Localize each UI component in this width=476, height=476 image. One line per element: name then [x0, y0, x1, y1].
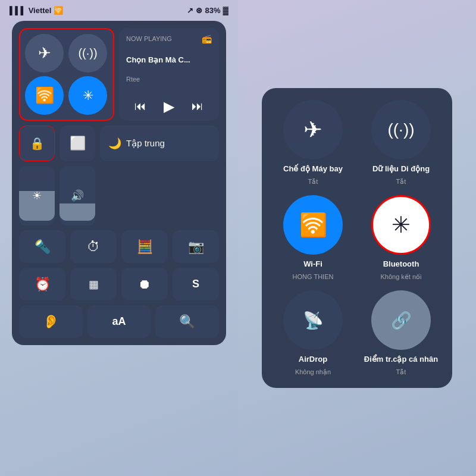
media-controls: ⏮ ▶ ⏭ — [126, 98, 212, 115]
exp-airdrop-label: AirDrop — [299, 355, 327, 364]
now-playing-panel: NOW PLAYING 📻 Chọn Bạn Mà C... Rtee ⏮ ▶ … — [119, 28, 219, 121]
rotation-lock-button[interactable]: 🔒 — [19, 126, 55, 161]
record-icon: ⏺ — [138, 277, 151, 292]
artist-name: Rtee — [126, 76, 212, 83]
exp-bluetooth-sublabel: Không kết nối — [380, 273, 421, 281]
battery-icon: ⊛ — [196, 6, 202, 15]
screen-mirror-icon: ⬜ — [70, 136, 86, 151]
left-panel: ▌▌▌ Viettel 🛜 ↗ ⊛ 83% ▓ ✈ ((·)) 🛜 ✳ — [0, 0, 238, 476]
now-playing-label: NOW PLAYING — [126, 35, 172, 42]
status-right: ↗ ⊛ 83% ▓ — [187, 6, 228, 15]
exp-airdrop-item: 📡 AirDrop Không nhận — [274, 290, 352, 376]
wifi-button[interactable]: 🛜 — [25, 76, 64, 115]
signal-icon: ▌▌▌ — [10, 6, 26, 15]
flashlight-button[interactable]: 🔦 — [19, 230, 65, 263]
expanded-connectivity-panel: ✈ Chế độ Máy bay Tắt ((·)) Dữ liệu Di độ… — [262, 88, 452, 388]
icon-grid-row2: ⏰ ▦ ⏺ S — [19, 268, 219, 300]
battery-full-icon: ▓ — [223, 6, 228, 15]
sliders-row: ☀ 🔊 — [19, 166, 219, 226]
exp-airdrop-button[interactable]: 📡 — [283, 290, 343, 350]
brightness-slider[interactable]: ☀ — [19, 166, 55, 226]
exp-cellular-item: ((·)) Dữ liệu Di động Tắt — [362, 100, 440, 186]
volume-slider[interactable]: 🔊 — [60, 166, 95, 226]
zoom-button[interactable]: 🔍 — [155, 305, 219, 338]
play-button[interactable]: ▶ — [164, 98, 174, 115]
exp-hotspot-label: Điểm tr.cập cá nhân — [364, 355, 438, 364]
exp-bluetooth-label: Bluetooth — [383, 259, 419, 268]
connectivity-panel: ✈ ((·)) 🛜 ✳ — [19, 28, 114, 121]
icon-grid-row3: 👂 aA 🔍 — [19, 305, 219, 338]
qr-button[interactable]: ▦ — [70, 268, 117, 300]
control-center: ✈ ((·)) 🛜 ✳ NOW PLAYING 📻 Chọn Bạn Mà C.… — [12, 21, 226, 345]
exp-hotspot-item: 🔗 Điểm tr.cập cá nhân Tắt — [362, 290, 440, 376]
cellular-button[interactable]: ((·)) — [68, 34, 107, 73]
shazam-icon: S — [192, 278, 199, 290]
zoom-icon: 🔍 — [179, 314, 195, 330]
connectivity-grid: ✈ ((·)) 🛜 ✳ — [25, 34, 108, 115]
flashlight-icon: 🔦 — [35, 239, 51, 255]
camera-button[interactable]: 📷 — [173, 230, 219, 263]
wifi-status-icon: 🛜 — [54, 6, 63, 15]
volume-icon: 🔊 — [71, 189, 84, 202]
calculator-icon: 🧮 — [137, 239, 153, 255]
shazam-button[interactable]: S — [173, 268, 219, 300]
airplay-icon[interactable]: 📻 — [202, 34, 212, 43]
focus-button[interactable]: 🌙 Tập trung — [100, 126, 219, 161]
camera-icon: 📷 — [188, 239, 204, 255]
status-bar: ▌▌▌ Viettel 🛜 ↗ ⊛ 83% ▓ — [0, 0, 238, 17]
timer-icon: ⏱ — [87, 239, 100, 255]
rotation-lock-icon: 🔒 — [30, 136, 45, 151]
screen-mirror-button[interactable]: ⬜ — [60, 126, 95, 161]
next-button[interactable]: ⏭ — [192, 99, 203, 113]
status-left: ▌▌▌ Viettel 🛜 — [10, 6, 63, 15]
timer-button[interactable]: ⏱ — [70, 230, 117, 263]
calculator-button[interactable]: 🧮 — [121, 230, 168, 263]
icon-grid-row1: 🔦 ⏱ 🧮 📷 — [19, 230, 219, 263]
exp-airdrop-sublabel: Không nhận — [295, 368, 331, 376]
prev-button[interactable]: ⏮ — [134, 99, 146, 113]
exp-wifi-button[interactable]: 🛜 — [283, 195, 343, 255]
exp-cellular-button[interactable]: ((·)) — [371, 100, 431, 159]
focus-label: Tập trung — [126, 138, 165, 149]
location-icon: ↗ — [187, 6, 193, 15]
battery-label: 83% — [205, 6, 220, 15]
airplane-mode-button[interactable]: ✈ — [25, 34, 64, 73]
exp-cellular-label: Dữ liệu Di động — [372, 164, 430, 173]
second-row: 🔒 ⬜ 🌙 Tập trung — [19, 126, 219, 161]
exp-hotspot-button[interactable]: 🔗 — [371, 290, 431, 350]
font-icon: aA — [112, 315, 126, 328]
exp-hotspot-sublabel: Tắt — [396, 368, 406, 376]
moon-icon: 🌙 — [108, 137, 121, 150]
brightness-icon: ☀ — [32, 189, 42, 202]
song-name: Chọn Bạn Mà C... — [126, 55, 212, 64]
exp-wifi-label: Wi-Fi — [303, 259, 322, 268]
alarm-icon: ⏰ — [35, 277, 51, 292]
right-panel: ✈ Chế độ Máy bay Tắt ((·)) Dữ liệu Di độ… — [238, 0, 476, 476]
record-button[interactable]: ⏺ — [121, 268, 168, 300]
bluetooth-button[interactable]: ✳ — [68, 76, 107, 115]
top-row: ✈ ((·)) 🛜 ✳ NOW PLAYING 📻 Chọn Bạn Mà C.… — [19, 28, 219, 121]
exp-wifi-sublabel: HONG THIEN — [293, 273, 334, 280]
exp-bluetooth-button[interactable]: ✳ — [371, 195, 431, 255]
font-size-button[interactable]: aA — [87, 305, 151, 338]
exp-bluetooth-item: ✳ Bluetooth Không kết nối — [362, 195, 440, 281]
exp-airplane-button[interactable]: ✈ — [283, 100, 343, 159]
qr-icon: ▦ — [89, 278, 99, 291]
exp-airplane-label: Chế độ Máy bay — [283, 164, 343, 173]
alarm-button[interactable]: ⏰ — [19, 268, 65, 300]
exp-wifi-item: 🛜 Wi-Fi HONG THIEN — [274, 195, 352, 281]
exp-airplane-sublabel: Tắt — [308, 178, 318, 186]
exp-airplane-item: ✈ Chế độ Máy bay Tắt — [274, 100, 352, 186]
hearing-icon: 👂 — [43, 314, 59, 330]
hearing-button[interactable]: 👂 — [19, 305, 83, 338]
expanded-grid: ✈ Chế độ Máy bay Tắt ((·)) Dữ liệu Di độ… — [274, 100, 440, 376]
carrier-label: Viettel — [29, 6, 52, 15]
exp-cellular-sublabel: Tắt — [396, 178, 406, 186]
